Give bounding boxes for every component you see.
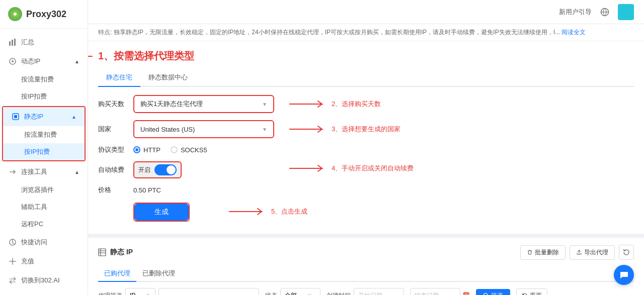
sidebar-item-summary[interactable]: 汇总 (0, 33, 88, 52)
batch-delete-label: 批量删除 (535, 248, 559, 257)
chart-icon (8, 38, 17, 47)
logo-icon (8, 7, 22, 21)
sub-tab-deleted[interactable]: 已删除代理 (136, 266, 181, 282)
sidebar-item-remote-pc[interactable]: 远程PC (0, 216, 88, 233)
sidebar-item-traffic-billing[interactable]: 按流量扣费 (0, 71, 88, 88)
tab-static-datacenter[interactable]: 静态数据中心 (140, 69, 196, 87)
sidebar-item-static-ip-billing[interactable]: 按IP扣费 (3, 143, 85, 160)
sidebar-item-aux-tools[interactable]: 辅助工具 (0, 199, 88, 216)
user-avatar[interactable] (618, 4, 634, 20)
sidebar-label-quick-access: 快捷访问 (21, 238, 47, 247)
chat-icon (619, 270, 629, 280)
auto-renew-toggle[interactable]: 开启 (133, 161, 182, 178)
sidebar-item-static-traffic[interactable]: 按流量扣费 (3, 126, 85, 143)
new-user-guide-link[interactable]: 新用户引导 (559, 8, 592, 17)
proxy-filter-input[interactable] (158, 288, 259, 295)
date-filter-label: 创建时间 (327, 291, 351, 296)
protocol-http[interactable]: HTTP (133, 146, 160, 154)
radio-http-circle (133, 146, 140, 153)
sidebar-label-summary: 汇总 (21, 38, 34, 47)
tab-static-residential[interactable]: 静态住宅 (98, 69, 140, 87)
trash-icon (527, 249, 533, 255)
toggle-on-text: 开启 (138, 166, 150, 174)
date-filter-group: 创建时间 开始日期 - 结束日期 📅 (327, 288, 470, 295)
sidebar-label-static-traffic: 按流量扣费 (24, 131, 57, 138)
calendar-icon[interactable]: 📅 (462, 292, 470, 295)
sidebar-label-aux-tools: 辅助工具 (21, 203, 47, 211)
sub-tab-purchased[interactable]: 已购代理 (98, 266, 136, 282)
refresh-button[interactable] (619, 245, 634, 260)
svg-rect-2 (9, 41, 11, 46)
search-button[interactable]: 筛选 (476, 289, 510, 296)
svg-point-6 (12, 60, 14, 62)
sidebar-label-dynamic-ip: 动态IP (21, 57, 40, 66)
chat-bubble[interactable] (614, 265, 634, 285)
connect-icon (8, 167, 17, 176)
static-ip-section: 静态 IP 批量删除 导出代理 (88, 238, 644, 295)
section-divider (88, 234, 644, 238)
svg-rect-3 (12, 40, 13, 46)
read-more-link[interactable]: 阅读全文 (561, 29, 586, 36)
sidebar-item-switch-302[interactable]: 切换到302.AI (0, 271, 88, 290)
sidebar-label-remote-pc: 远程PC (21, 220, 43, 228)
date-range: 开始日期 - 结束日期 📅 (354, 288, 470, 295)
sidebar-item-ip-billing[interactable]: 按IP扣费 (0, 88, 88, 105)
sidebar-label-traffic-billing: 按流量扣费 (21, 75, 54, 83)
sidebar-item-connect-tools[interactable]: 连接工具 ▲ (0, 162, 88, 181)
sidebar-label-static-ip: 静态IP (24, 112, 43, 121)
static-icon (11, 112, 20, 121)
days-select[interactable]: 购买1天静态住宅代理 ▼ (133, 95, 274, 113)
sidebar-item-recharge[interactable]: 充值 (0, 252, 88, 271)
svg-rect-13 (99, 249, 106, 256)
quick-icon (8, 238, 17, 247)
start-date-input[interactable]: 开始日期 (354, 288, 404, 295)
main-content: 新用户引导 特点: 独享静态IP，无限流量，长效稳定，固定的IP地址，24小时保… (88, 0, 644, 295)
content-area: 特点: 独享静态IP，无限流量，长效稳定，固定的IP地址，24小时保持在线稳定代… (88, 24, 644, 295)
logo: Proxy302 (0, 0, 88, 29)
auto-renew-row: 自动续费 开启 4、手动开启或关闭自动续费 (98, 161, 634, 178)
search-btn-label: 筛选 (491, 291, 503, 296)
sidebar-item-dynamic-ip[interactable]: 动态IP ▲ (0, 52, 88, 71)
step3-annotation: 3、选择想要生成的国家 (332, 125, 400, 134)
recharge-icon (8, 257, 17, 266)
step2-annotation: 2、选择购买天数 (332, 100, 381, 109)
sidebar-item-quick-access[interactable]: 快捷访问 (0, 233, 88, 252)
price-value: 0.50 PTC (133, 186, 161, 194)
generate-button[interactable]: 生成 (134, 204, 189, 221)
logo-text: Proxy302 (26, 9, 66, 20)
price-row: 价格 0.50 PTC (98, 185, 634, 194)
status-filter-group: 状态 全部 ▼ (265, 288, 320, 295)
proxy-type-select[interactable]: IP ▼ (125, 288, 155, 295)
section-header: 静态 IP 批量删除 导出代理 (98, 245, 634, 260)
reset-button[interactable]: 重置 (516, 288, 547, 296)
export-proxy-button[interactable]: 导出代理 (570, 245, 615, 260)
sidebar-item-api-v2[interactable]: API API V2 ▼ (0, 290, 88, 295)
status-select[interactable]: 全部 ▼ (280, 288, 320, 295)
export-proxy-label: 导出代理 (584, 248, 608, 257)
end-date-input[interactable]: 结束日期 (410, 288, 460, 295)
sidebar-label-ip-billing: 按IP扣费 (21, 92, 47, 100)
sidebar-item-browser-plugin[interactable]: 浏览器插件 (0, 181, 88, 199)
step5-annotation: 5、点击生成 (271, 207, 307, 216)
proxy-type-chevron-icon: ▼ (145, 293, 150, 296)
section-title: 静态 IP (98, 248, 133, 257)
country-select[interactable]: United States (US) ▼ (133, 120, 274, 138)
toggle-switch[interactable] (154, 164, 177, 175)
language-icon[interactable] (600, 7, 610, 17)
export-icon (576, 249, 582, 255)
sidebar-label-connect-tools: 连接工具 (21, 167, 47, 176)
sidebar-item-static-ip[interactable]: 静态IP ▲ (3, 107, 85, 126)
chevron-up-icon: ▲ (74, 59, 79, 64)
tabs-row: 静态住宅 静态数据中心 (98, 69, 634, 87)
batch-delete-button[interactable]: 批量删除 (520, 245, 566, 260)
radio-socks5-circle (171, 146, 178, 153)
chevron-up-icon-static: ▲ (71, 114, 76, 120)
feature-text: 特点: 独享静态IP，无限流量，长效稳定，固定的IP地址，24小时保持在线稳定代… (98, 29, 560, 36)
sidebar-menu: 汇总 动态IP ▲ 按流量扣费 按IP扣费 静态IP ▲ (0, 29, 88, 295)
feature-banner: 特点: 独享静态IP，无限流量，长效稳定，固定的IP地址，24小时保持在线稳定代… (88, 24, 644, 41)
section-actions: 批量删除 导出代理 (520, 245, 634, 260)
protocol-socks5[interactable]: SOCKS5 (171, 146, 207, 154)
form-panel: 1、按需选择代理类型 静态住宅 静态数据中心 购买天数 购买1天静态住宅代理 ▼ (88, 41, 644, 234)
days-value: 购买1天静态住宅代理 (140, 100, 203, 109)
sidebar-label-browser-plugin: 浏览器插件 (21, 186, 54, 193)
